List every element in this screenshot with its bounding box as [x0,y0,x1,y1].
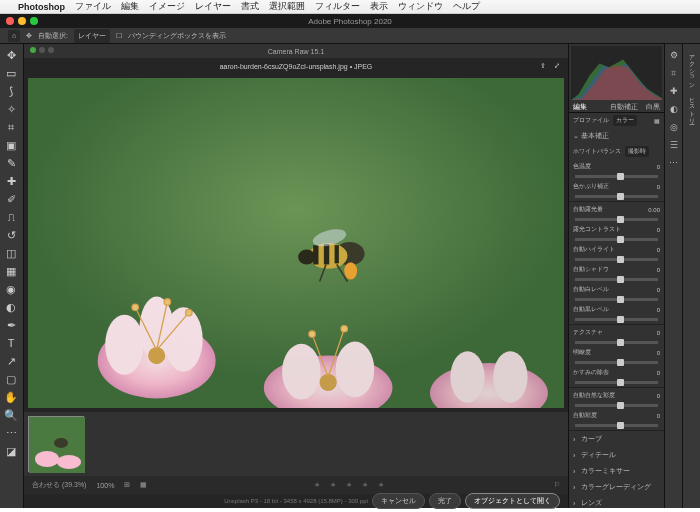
share-icon[interactable]: ⇪ [540,62,546,70]
done-button[interactable]: 完了 [429,493,461,509]
slider-value[interactable]: 0 [642,247,660,253]
menu-photoshop[interactable]: Photoshop [18,2,65,12]
grid-icon[interactable]: ▦ [140,481,147,489]
crop-panel-icon[interactable]: ⌗ [665,64,682,82]
heal-tool-icon[interactable]: ✚ [0,172,22,190]
slider-value[interactable]: 0 [642,307,660,313]
menu-select[interactable]: 選択範囲 [269,0,305,13]
basic-section-header[interactable]: ⌄基本補正 [569,128,664,144]
menu-window[interactable]: ウィンドウ [398,0,443,13]
menu-layer[interactable]: レイヤー [195,0,231,13]
type-tool-icon[interactable]: T [0,334,22,352]
window-controls[interactable] [6,17,38,25]
path-tool-icon[interactable]: ↗ [0,352,22,370]
section-カーブ[interactable]: ›カーブ [569,431,664,447]
brush-tool-icon[interactable]: ✐ [0,190,22,208]
slider-value[interactable]: 0 [642,227,660,233]
history-panel-tab[interactable]: ヒストリー [683,89,700,125]
menu-image[interactable]: イメージ [149,0,185,13]
eyedropper-tool-icon[interactable]: ✎ [0,154,22,172]
histogram[interactable] [571,46,662,100]
move-tool-icon[interactable]: ✥ [26,32,32,40]
slider-track[interactable] [575,381,658,384]
tab-edit[interactable]: 編集 [569,102,591,112]
slider-value[interactable]: 0 [642,330,660,336]
slider-value[interactable]: 0 [642,393,660,399]
more-panel-icon[interactable]: ⋯ [665,154,682,172]
profile-browse-icon[interactable]: ▦ [654,117,660,124]
zoom-tool-icon[interactable]: 🔍 [0,406,22,424]
open-object-button[interactable]: オブジェクトとして開く [465,493,560,509]
slider-track[interactable] [575,404,658,407]
history-brush-icon[interactable]: ↺ [0,226,22,244]
mask-panel-icon[interactable]: ◐ [665,100,682,118]
color-swatch-icon[interactable]: ◪ [0,442,22,460]
tab-bw[interactable]: 白黒 [642,102,664,112]
slider-value[interactable]: 0 [642,350,660,356]
menu-help[interactable]: ヘルプ [453,0,480,13]
frame-tool-icon[interactable]: ▣ [0,136,22,154]
image-canvas[interactable] [28,78,564,408]
zoom-level[interactable]: 100% [96,482,114,489]
thumbnail[interactable] [28,416,84,472]
flag-icon[interactable]: ⚐ [554,481,560,489]
section-レンズ[interactable]: ›レンズ [569,495,664,508]
auto-select-dropdown[interactable]: レイヤー [74,29,110,43]
wb-dropdown[interactable]: 撮影時 [625,146,649,157]
slider-value[interactable]: 0 [642,370,660,376]
slider-track[interactable] [575,175,658,178]
fit-button[interactable]: 合わせる (39.3%) [32,480,86,490]
slider-track[interactable] [575,195,658,198]
redeye-panel-icon[interactable]: ◎ [665,118,682,136]
preset-panel-icon[interactable]: ☰ [665,136,682,154]
edit-panel-icon[interactable]: ⚙ [665,46,682,64]
home-icon[interactable]: ⌂ [8,30,20,42]
more-tools-icon[interactable]: ⋯ [0,424,22,442]
slider-value[interactable]: 0 [642,413,660,419]
fullscreen-icon[interactable]: ⤢ [554,62,560,70]
rating-stars[interactable]: ★ ★ ★ ★ ★ [157,481,544,489]
slider-track[interactable] [575,218,658,221]
section-ディテール[interactable]: ›ディテール [569,447,664,463]
menu-edit[interactable]: 編集 [121,0,139,13]
section-カラーグレーディング[interactable]: ›カラーグレーディング [569,479,664,495]
section-カラーミキサー[interactable]: ›カラーミキサー [569,463,664,479]
blur-tool-icon[interactable]: ◉ [0,280,22,298]
gradient-tool-icon[interactable]: ▦ [0,262,22,280]
menu-file[interactable]: ファイル [75,0,111,13]
actions-panel-tab[interactable]: アクション [683,46,700,89]
slider-value[interactable]: 0 [642,164,660,170]
wand-tool-icon[interactable]: ✧ [0,100,22,118]
slider-value[interactable]: 0 [642,287,660,293]
menu-type[interactable]: 書式 [241,0,259,13]
pen-tool-icon[interactable]: ✒ [0,316,22,334]
cancel-button[interactable]: キャンセル [372,493,425,509]
dodge-tool-icon[interactable]: ◐ [0,298,22,316]
bbox-checkbox-label[interactable]: バウンディングボックスを表示 [128,31,226,41]
compare-icon[interactable]: ⊞ [124,481,130,489]
slider-value[interactable]: 0.00 [642,207,660,213]
lasso-tool-icon[interactable]: ⟆ [0,82,22,100]
slider-track[interactable] [575,238,658,241]
slider-value[interactable]: 0 [642,267,660,273]
stamp-tool-icon[interactable]: ⎍ [0,208,22,226]
marquee-tool-icon[interactable]: ▭ [0,64,22,82]
slider-track[interactable] [575,278,658,281]
heal-panel-icon[interactable]: ✚ [665,82,682,100]
slider-track[interactable] [575,318,658,321]
menu-filter[interactable]: フィルター [315,0,360,13]
slider-track[interactable] [575,298,658,301]
shape-tool-icon[interactable]: ▢ [0,370,22,388]
tab-auto[interactable]: 自動補正 [606,102,642,112]
slider-track[interactable] [575,258,658,261]
slider-value[interactable]: 0 [642,184,660,190]
slider-track[interactable] [575,341,658,344]
move-tool-icon[interactable]: ✥ [0,46,22,64]
menu-view[interactable]: 表示 [370,0,388,13]
eraser-tool-icon[interactable]: ◫ [0,244,22,262]
slider-track[interactable] [575,361,658,364]
hand-tool-icon[interactable]: ✋ [0,388,22,406]
crop-tool-icon[interactable]: ⌗ [0,118,22,136]
profile-dropdown[interactable]: カラー [613,115,637,126]
slider-track[interactable] [575,424,658,427]
